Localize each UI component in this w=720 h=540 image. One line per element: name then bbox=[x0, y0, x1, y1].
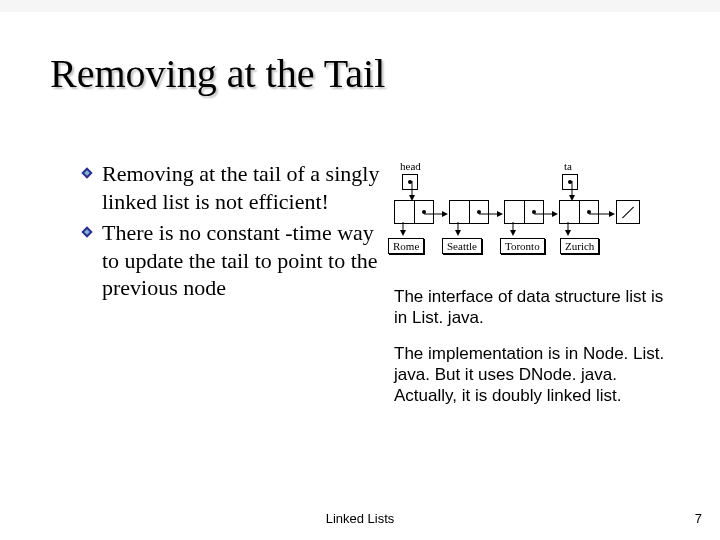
right-paragraph: The interface of data structure list is … bbox=[394, 286, 680, 329]
city-label: Zurich bbox=[560, 238, 599, 254]
city-label: Rome bbox=[388, 238, 424, 254]
svg-marker-11 bbox=[497, 211, 503, 217]
tail-label: ta bbox=[564, 160, 572, 172]
arrow-icon bbox=[510, 222, 516, 238]
arrow-icon bbox=[589, 211, 617, 217]
arrow-icon bbox=[455, 222, 461, 238]
null-terminator-box bbox=[616, 200, 640, 224]
top-bar bbox=[0, 0, 720, 12]
city-label: Toronto bbox=[500, 238, 545, 254]
arrow-icon bbox=[400, 222, 406, 238]
svg-marker-19 bbox=[455, 230, 461, 236]
page-number: 7 bbox=[695, 511, 702, 526]
right-column: head ta bbox=[394, 160, 680, 510]
arrow-icon bbox=[534, 211, 560, 217]
bullet-item: Removing at the tail of a singly linked … bbox=[80, 160, 380, 215]
head-label: head bbox=[400, 160, 421, 172]
svg-marker-21 bbox=[510, 230, 516, 236]
diamond-bullet-icon bbox=[80, 225, 94, 239]
arrow-icon bbox=[565, 222, 571, 238]
bullet-text: There is no constant -time way to update… bbox=[102, 219, 380, 302]
bullet-text: Removing at the tail of a singly linked … bbox=[102, 160, 380, 215]
footer-title: Linked Lists bbox=[0, 511, 720, 526]
slide: Removing at the Tail Removing at the tai… bbox=[0, 0, 720, 540]
svg-marker-9 bbox=[442, 211, 448, 217]
diamond-bullet-icon bbox=[80, 166, 94, 180]
slide-title: Removing at the Tail bbox=[50, 50, 680, 97]
svg-marker-23 bbox=[565, 230, 571, 236]
svg-marker-13 bbox=[552, 211, 558, 217]
left-column: Removing at the tail of a singly linked … bbox=[80, 160, 380, 510]
arrow-icon bbox=[424, 211, 450, 217]
bullet-item: There is no constant -time way to update… bbox=[80, 219, 380, 302]
slide-body: Removing at the tail of a singly linked … bbox=[80, 160, 680, 510]
svg-marker-15 bbox=[609, 211, 615, 217]
svg-marker-17 bbox=[400, 230, 406, 236]
city-label: Seattle bbox=[442, 238, 482, 254]
arrow-icon bbox=[479, 211, 505, 217]
linked-list-diagram: head ta bbox=[394, 160, 680, 280]
right-paragraph: The implementation is in Node. List. jav… bbox=[394, 343, 680, 407]
